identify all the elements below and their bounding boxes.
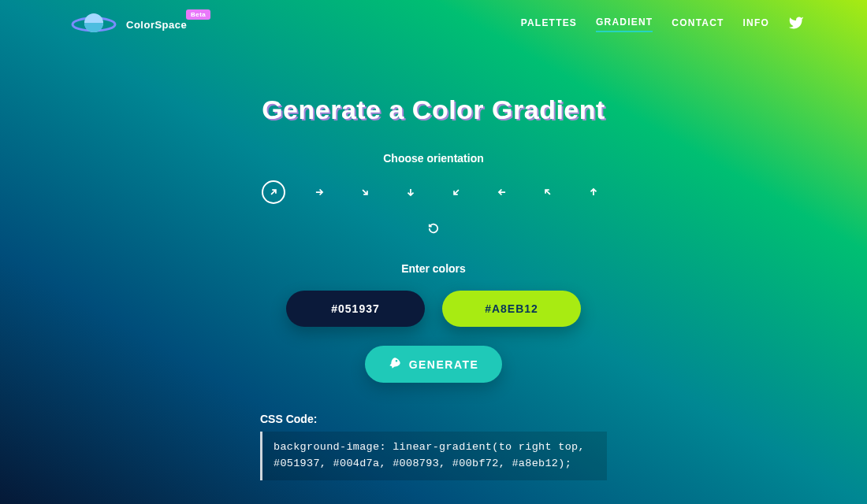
- arrow-top-icon[interactable]: [582, 180, 605, 204]
- css-output: CSS Code: background-image: linear-gradi…: [260, 413, 607, 480]
- css-label: CSS Code:: [260, 413, 607, 425]
- rotate-icon[interactable]: [422, 217, 445, 240]
- generate-row: GENERATE: [0, 346, 867, 383]
- arrow-top-left-icon[interactable]: [536, 180, 560, 204]
- page-title: Generate a Color Gradient: [0, 94, 867, 125]
- brand-name: ColorSpace Beta: [126, 19, 187, 31]
- nav-info[interactable]: INFO: [743, 17, 769, 32]
- arrow-right-icon[interactable]: [307, 180, 331, 204]
- nav: PALETTES GRADIENT CONTACT INFO: [521, 15, 804, 34]
- color-input-2[interactable]: #A8EB12: [442, 291, 581, 327]
- arrow-bottom-left-icon[interactable]: [445, 180, 468, 204]
- brand: ColorSpace Beta: [71, 9, 187, 39]
- rotate-row: [0, 217, 867, 240]
- brand-text: ColorSpace: [126, 19, 187, 31]
- orientation-picker: [0, 180, 867, 204]
- rocket-icon: [389, 357, 401, 372]
- arrow-bottom-icon[interactable]: [399, 180, 422, 204]
- nav-palettes[interactable]: PALETTES: [521, 17, 577, 32]
- arrow-bottom-right-icon[interactable]: [353, 180, 377, 204]
- header: ColorSpace Beta PALETTES GRADIENT CONTAC…: [0, 0, 867, 49]
- color-input-1[interactable]: #051937: [286, 291, 425, 327]
- logo-icon: [71, 9, 117, 39]
- css-code[interactable]: background-image: linear-gradient(to rig…: [260, 432, 607, 480]
- color-inputs: #051937 #A8EB12: [0, 291, 867, 327]
- generate-button[interactable]: GENERATE: [365, 346, 503, 383]
- nav-gradient[interactable]: GRADIENT: [596, 17, 653, 32]
- main: Generate a Color Gradient Choose orienta…: [0, 49, 867, 480]
- colors-label: Enter colors: [0, 262, 867, 275]
- generate-label: GENERATE: [409, 358, 479, 371]
- twitter-icon[interactable]: [788, 15, 804, 34]
- beta-badge: Beta: [186, 9, 210, 20]
- nav-contact[interactable]: CONTACT: [672, 17, 724, 32]
- arrow-left-icon[interactable]: [490, 180, 514, 204]
- orientation-label: Choose orientation: [0, 152, 867, 165]
- arrow-top-right-icon[interactable]: [262, 180, 285, 204]
